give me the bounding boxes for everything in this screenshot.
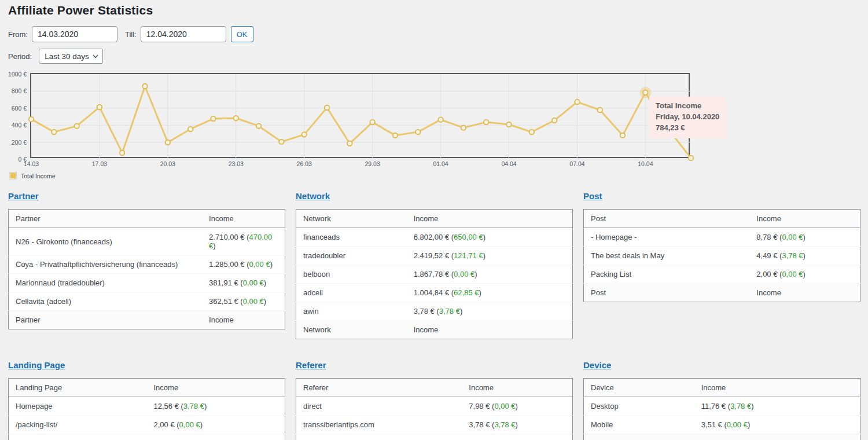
data-point-marker[interactable] <box>52 130 56 134</box>
income-change-value: 0,00 € <box>243 297 264 306</box>
period-selected-value: Last 30 days <box>45 52 89 61</box>
table-row: Desktop11,76 € (3,78 €) <box>584 397 860 416</box>
data-point-marker[interactable] <box>552 118 557 123</box>
table-row: adcell1.004,84 € (62,85 €) <box>296 284 573 302</box>
section-heading-link[interactable]: Post <box>583 191 602 201</box>
data-point-marker[interactable] <box>97 105 102 109</box>
legend-label: Total Income <box>21 173 56 179</box>
income-cell: 2,80 € (0,00 €) <box>462 434 572 440</box>
label-cell: /packing-list/ <box>9 416 147 434</box>
section-referer: Referer RefererIncomedirect7,98 € (0,00 … <box>296 360 573 440</box>
label-cell: Coya - Privathaftpflichtversicherung (fi… <box>9 255 203 274</box>
data-point-marker[interactable] <box>211 116 215 121</box>
data-point-marker[interactable] <box>598 108 602 112</box>
income-change-value: 0,00 € <box>782 233 803 241</box>
income-column-header: Income <box>147 379 285 397</box>
section-heading-link[interactable]: Network <box>296 191 330 201</box>
period-select[interactable]: Last 30 days <box>39 49 103 64</box>
data-point-marker[interactable] <box>325 105 329 110</box>
label-cell: Desktop <box>584 397 694 416</box>
table-row: tradedoubler2.419,52 € (121,71 €) <box>296 247 573 265</box>
income-change-value: 0,00 € <box>454 270 475 278</box>
tooltip-date: Friday, 10.04.2020 <box>656 112 719 123</box>
tooltip-series: Total Income <box>656 101 719 112</box>
section-heading-link[interactable]: Referer <box>296 360 326 370</box>
income-cell: 11,76 € (3,78 €) <box>694 397 860 416</box>
income-column-header: Income <box>462 379 572 397</box>
income-change-value: 0,00 € <box>727 420 748 429</box>
section-heading-link[interactable]: Device <box>583 360 611 370</box>
section-heading-link[interactable]: Landing Page <box>8 360 65 370</box>
data-point-marker[interactable] <box>689 156 693 160</box>
income-chart: 0 €200 €400 €600 €800 €1000 € Total Inco… <box>0 73 868 179</box>
data-point-marker[interactable] <box>620 133 625 138</box>
label-column-header: Referer <box>296 379 462 397</box>
label-column-footer: Partner <box>9 311 203 329</box>
income-cell: 3,78 € (3,78 €) <box>407 302 573 321</box>
till-date-input[interactable] <box>141 26 226 42</box>
data-point-marker[interactable] <box>74 123 79 128</box>
income-change-value: 121,71 € <box>454 251 483 260</box>
y-axis-tick-label: 800 € <box>0 87 27 94</box>
from-date-input[interactable] <box>32 26 117 42</box>
income-change-value: 3,78 € <box>730 402 751 410</box>
label-cell: tradedoubler <box>296 247 407 265</box>
label-cell: The best deals in May <box>584 247 750 265</box>
data-point-marker[interactable] <box>234 116 238 120</box>
table-row: The best deals in May4,49 € (3,78 €) <box>584 247 860 265</box>
income-change-value: 0,00 € <box>179 420 200 429</box>
data-point-marker[interactable] <box>142 84 147 89</box>
income-change-value: 0,00 € <box>782 270 803 278</box>
table-footer-row: PartnerIncome <box>9 311 285 329</box>
table-row: belboon1.867,78 € (0,00 €) <box>296 265 573 284</box>
data-point-marker[interactable] <box>575 100 579 104</box>
data-point-marker[interactable] <box>643 90 648 95</box>
x-axis-tick-label: 14.03 <box>24 160 39 167</box>
total-income-series-line <box>31 86 691 158</box>
data-point-marker[interactable] <box>165 140 170 145</box>
date-filter-row: From: Till: OK <box>8 26 868 42</box>
table-row: /deals-may/0,71 € (0,00 €) <box>9 434 285 440</box>
chart-y-axis: 0 €200 €400 €600 €800 €1000 € <box>0 74 27 159</box>
data-point-marker[interactable] <box>120 151 124 155</box>
table-row: direct7,98 € (0,00 €) <box>296 397 573 416</box>
income-change-value: 3,78 € <box>782 251 803 260</box>
data-point-marker[interactable] <box>279 140 284 144</box>
data-point-marker[interactable] <box>484 120 488 124</box>
ok-button[interactable]: OK <box>231 26 253 42</box>
x-axis-tick-label: 07.04 <box>569 160 584 167</box>
table-row: google.com2,80 € (0,00 €) <box>296 434 573 440</box>
label-cell: Mobile <box>584 416 694 434</box>
stat-table: DeviceIncomeDesktop11,76 € (3,78 €)Mobil… <box>583 378 860 440</box>
data-point-marker[interactable] <box>302 132 307 137</box>
income-cell: 12,56 € (3,78 €) <box>147 397 285 416</box>
data-point-marker[interactable] <box>529 130 534 134</box>
data-point-marker[interactable] <box>370 120 374 124</box>
income-column-footer: Income <box>202 311 285 329</box>
data-point-marker[interactable] <box>415 130 420 134</box>
data-point-marker[interactable] <box>393 133 398 138</box>
label-cell: - Homepage - <box>584 228 750 247</box>
income-column-header: Income <box>694 379 860 397</box>
table-header-row: NetworkIncome <box>296 210 573 228</box>
label-cell: Homepage <box>9 397 147 416</box>
data-point-marker[interactable] <box>506 122 511 127</box>
data-point-marker[interactable] <box>29 117 34 122</box>
data-point-marker[interactable] <box>438 117 443 122</box>
section-heading-link[interactable]: Partner <box>8 191 39 201</box>
income-column-footer: Income <box>694 434 860 440</box>
table-header-row: PartnerIncome <box>9 210 285 228</box>
page-title: Affiliate Power Statistics <box>8 3 868 17</box>
data-point-marker[interactable] <box>347 141 352 146</box>
income-cell: 381,91 € (0,00 €) <box>202 274 285 292</box>
stat-table: RefererIncomedirect7,98 € (0,00 €)transs… <box>296 378 573 440</box>
chart-plot-area[interactable]: Total Income Friday, 10.04.2020 784,23 € <box>30 73 690 158</box>
income-cell: 7,98 € (0,00 €) <box>462 397 572 416</box>
data-point-marker[interactable] <box>256 123 261 128</box>
stat-table: PostIncome- Homepage -8,78 € (0,00 €)The… <box>583 209 860 302</box>
data-point-marker[interactable] <box>188 127 193 131</box>
x-axis-tick-label: 23.03 <box>229 160 244 167</box>
table-row: Mobile3,51 € (0,00 €) <box>584 416 860 434</box>
data-point-marker[interactable] <box>461 125 466 130</box>
income-change-value: 470,00 € <box>209 233 272 250</box>
